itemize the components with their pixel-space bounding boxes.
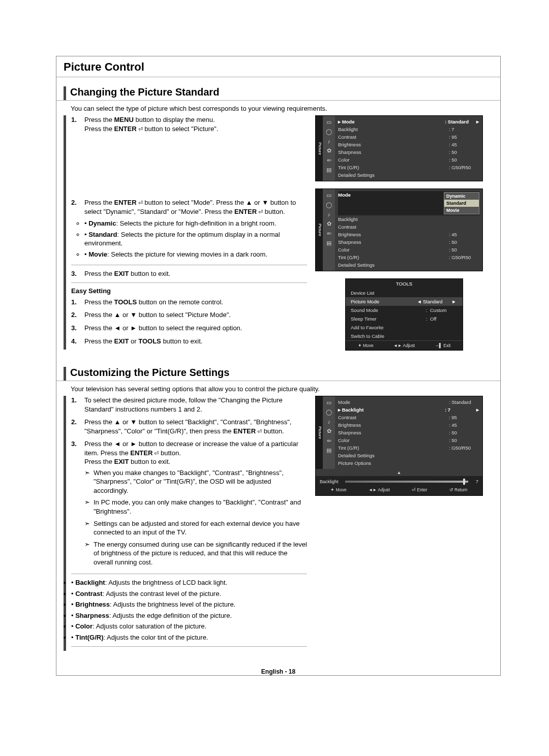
enter-icon: ⏎	[137, 126, 143, 132]
gear-icon: ✿	[327, 220, 331, 227]
slider-label: Backlight	[320, 479, 345, 484]
heading-text: Customizing the Picture Settings	[70, 367, 229, 381]
section-heading-2: Customizing the Picture Settings	[56, 367, 500, 381]
osd3-footer: ✦ Move◄► Adjust⏎ Enter↺ Return	[320, 484, 478, 492]
osd-row: Detailed Settings	[338, 452, 479, 459]
heading-bar-icon	[64, 367, 66, 381]
osd-tab-label: Picture	[316, 116, 323, 181]
tools-footer: ✦ Move◄► Adjust→▌ Exit	[346, 340, 463, 350]
section2-intro: Your television has several setting opti…	[56, 384, 500, 396]
tools-row: Device List	[346, 289, 463, 297]
enter-icon: ⏎	[137, 200, 143, 206]
osd-row: ▸ Mode: Standard►	[338, 118, 479, 125]
tools-row: Picture Mode◄Standard►	[346, 297, 463, 306]
custom-step-1: 1.To select the desired picture mode, fo…	[71, 396, 307, 414]
definition-item: • Tint(G/R): Adjusts the color tint of t…	[71, 633, 307, 642]
slider-thumb-icon	[463, 479, 465, 485]
tools-row: Sound Mode:Custom	[346, 306, 463, 314]
osd-row: Detailed Settings	[338, 261, 479, 269]
osd-picture-menu-1: Picture ▭ ◯ ♪ ✿ ⇐ ▤ ▸ Mode: Standard►Bac…	[315, 115, 483, 181]
osd-row: Picture Options	[338, 459, 479, 467]
flame-icon: ♪	[327, 138, 330, 144]
note-item: ➣Settings can be adjusted and stored for…	[84, 519, 307, 537]
osd-row: Sharpness: 50	[338, 238, 479, 246]
input-icon: ⇐	[327, 157, 331, 164]
osd-row: Backlight: 7	[338, 125, 479, 133]
custom-step-2: 2.Press the ▲ or ▼ button to select "Bac…	[71, 418, 307, 435]
input-icon: ⇐	[327, 230, 331, 237]
osd-tab-label: Picture	[316, 396, 323, 469]
easy-setting-heading: Easy Setting	[71, 287, 307, 295]
easy-step-4: 4.Press the EXIT or TOOLS button to exit…	[71, 337, 307, 346]
step-2: 2. Press the ENTER ⏎ button to select "M…	[71, 198, 307, 261]
input-icon: ⇐	[327, 437, 331, 444]
note-item: ➣The energy consumed during use can be s…	[84, 540, 307, 567]
definition-item: • Brightness: Adjusts the brightness lev…	[71, 600, 307, 609]
osd-row: Sharpness: 50	[338, 429, 479, 436]
osd-row: Detailed Settings	[338, 171, 479, 179]
list-icon: ▤	[326, 447, 331, 454]
definition-item: • Color: Adjusts color saturation of the…	[71, 622, 307, 631]
easy-step-1: 1.Press the TOOLS button on the remote c…	[71, 298, 307, 307]
tv-icon: ▭	[326, 192, 331, 199]
osd-row: Tint (G/R): G50/R50	[338, 444, 479, 452]
osd-row: Mode: Standard	[338, 398, 479, 406]
osd-row: Brightness: 45	[338, 231, 479, 238]
definition-item: • Backlight: Adjusts the brightness of L…	[71, 578, 307, 587]
osd-row: Brightness: 45	[338, 421, 479, 429]
circle-icon: ◯	[326, 202, 332, 208]
list-icon: ▤	[326, 240, 331, 246]
custom-step-3: 3. Press the ◄ or ► button to decrease o…	[71, 439, 307, 570]
tools-row: Switch to Cable	[346, 332, 463, 340]
tools-row: Sleep Timer:Off	[346, 314, 463, 323]
flame-icon: ♪	[327, 419, 330, 425]
definition-item: • Sharpness: Adjusts the edge definition…	[71, 611, 307, 620]
note-item: ➣When you make changes to "Backlight", "…	[84, 468, 307, 495]
gear-icon: ✿	[327, 147, 331, 154]
definition-item: • Contrast: Adjusts the contrast level o…	[71, 589, 307, 598]
list-icon: ▤	[326, 167, 331, 173]
osd-row: Tint (G/R): G50/R50	[338, 254, 479, 261]
osd-icon-column: ▭ ◯ ♪ ✿ ⇐ ▤	[323, 189, 335, 271]
osd-picture-menu-3: Picture ▭ ◯ ♪ ✿ ⇐ ▤ Mode: Standard▸ Back…	[315, 396, 483, 496]
osd-row: Color: 50	[338, 436, 479, 444]
easy-step-3: 3.Press the ◄ or ► button to select the …	[71, 324, 307, 333]
step-1: 1. Press the MENU button to display the …	[71, 115, 307, 133]
popup-option-dynamic: Dynamic	[444, 193, 479, 200]
slider-track	[345, 481, 468, 483]
osd-row: Color: 50	[338, 246, 479, 254]
circle-icon: ◯	[326, 409, 332, 416]
main-title: Picture Control	[56, 60, 500, 77]
mode-dynamic-desc: • Dynamic: Selects the picture for high-…	[84, 219, 307, 228]
circle-icon: ◯	[326, 129, 332, 135]
tools-row: Add to Favorite	[346, 323, 463, 332]
easy-step-2: 2.Press the ▲ or ▼ button to select "Pic…	[71, 310, 307, 320]
note-item: ➣In PC mode, you can only make changes t…	[84, 498, 307, 516]
page-frame: Picture Control Changing the Picture Sta…	[56, 56, 501, 676]
popup-option-standard: Standard	[444, 200, 479, 207]
osd-row: Contrast: 95	[338, 414, 479, 421]
scroll-arrow-icon: ▲	[316, 469, 482, 476]
osd-row: Sharpness: 50	[338, 148, 479, 156]
tools-title: TOOLS	[346, 279, 463, 289]
osd-icon-column: ▭ ◯ ♪ ✿ ⇐ ▤	[323, 396, 335, 469]
page-footer: English - 18	[56, 668, 500, 675]
slider-value: 7	[468, 479, 478, 484]
osd-mode-row: Mode Dynamic Standard Movie	[338, 191, 479, 215]
flame-icon: ♪	[327, 211, 330, 217]
enter-icon: ⏎	[257, 209, 263, 215]
osd-slider: Backlight 7 ✦ Move◄► Adjust⏎ Enter↺ Retu…	[316, 476, 482, 495]
osd-row: ▸ Backlight: 7►	[338, 406, 479, 414]
osd-row: Contrast: 95	[338, 133, 479, 141]
osd-row: Backlight	[338, 215, 479, 223]
heading-text: Changing the Picture Standard	[70, 86, 219, 100]
osd-row: Color: 50	[338, 156, 479, 164]
body-bar-icon	[64, 115, 66, 350]
tv-icon: ▭	[326, 399, 331, 406]
osd-mode-popup: Dynamic Standard Movie	[444, 192, 479, 214]
tv-icon: ▭	[326, 119, 331, 125]
enter-icon: ⏎	[256, 428, 262, 434]
step-3: 3. Press the EXIT button to exit.	[71, 269, 307, 278]
osd-picture-menu-2: Picture ▭ ◯ ♪ ✿ ⇐ ▤ Mode Dynamic	[315, 188, 483, 271]
osd-row: Brightness: 45	[338, 141, 479, 148]
